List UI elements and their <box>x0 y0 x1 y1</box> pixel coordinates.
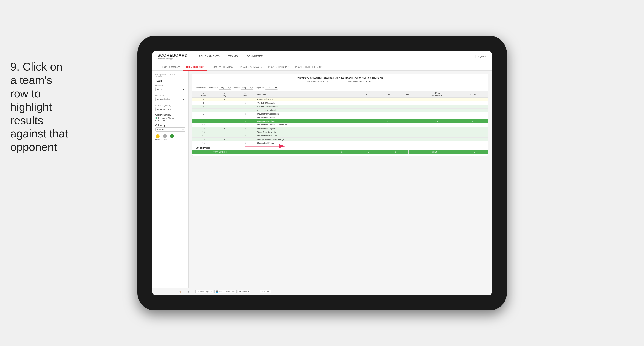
table-row[interactable]: 6-2Florida State University <box>192 108 488 112</box>
out-div-win: 1 <box>328 150 355 154</box>
sub-nav-player-h2h-grid[interactable]: PLAYER H2H GRID <box>265 66 292 70</box>
table-row[interactable]: 13-3University of Virginia <box>192 127 488 130</box>
col-tie: Tie <box>399 91 416 97</box>
col-reg: #Reg <box>215 91 234 97</box>
h2h-table: #Rank #Reg #Conf Opponent Win Loss Tie D… <box>192 91 488 145</box>
minus-icon[interactable]: − <box>183 290 186 293</box>
main-content: Last Updated: 27/03/2024 16:55:38 Team G… <box>152 70 492 288</box>
radio-opponents-played[interactable]: Opponents Played <box>156 117 185 119</box>
table-row[interactable]: 14-2University of Oklahoma <box>192 134 488 137</box>
nav-committee[interactable]: COMMITTEE <box>242 51 267 62</box>
sub-nav: TEAM SUMMARY TEAM H2H GRID TEAM H2H HEAT… <box>152 62 492 70</box>
sub-nav-player-summary[interactable]: PLAYER SUMMARY <box>237 66 265 70</box>
table-row[interactable]: 8-2University of Washington <box>192 112 488 116</box>
clock-icon[interactable]: ◯ <box>187 290 191 293</box>
opponent-filter: Opponent (All) <box>256 86 278 90</box>
division-select[interactable]: NCAA Division I <box>156 97 185 101</box>
out-div-tie: 0 <box>382 150 408 154</box>
tablet-device: SCOREBOARD Powered by clippi TOURNAMENTS… <box>138 36 507 310</box>
col-loss: Loss <box>377 91 399 97</box>
out-div-rank <box>192 150 199 154</box>
colour-by-select[interactable]: Win/loss <box>156 127 185 132</box>
opponents-label: Opponents: <box>196 87 206 89</box>
eye-icon: 👁 <box>240 291 241 293</box>
radio-dot-top100 <box>156 120 157 121</box>
instruction-text: 9. Click on a team's row to highlight re… <box>10 60 68 154</box>
colour-by-label: Colour by <box>156 124 185 127</box>
gender-select[interactable]: Men's <box>156 87 185 91</box>
conference-select[interactable]: (All) <box>218 86 232 90</box>
sub-nav-team-h2h-heatmap[interactable]: TEAM H2H HEATMAP <box>208 66 237 70</box>
sub-nav-player-h2h-heatmap[interactable]: PLAYER H2H HEATMAP <box>292 66 325 70</box>
instruction-number: 9. <box>10 60 23 73</box>
opponent-select[interactable]: (All) <box>265 86 278 90</box>
logo-area: SCOREBOARD Powered by clippi <box>158 53 188 60</box>
watch-btn[interactable]: 👁 Watch ▾ <box>238 290 250 294</box>
content-area: University of North Carolina Head-to-Hea… <box>188 70 492 288</box>
conference-filter: Conference (All) <box>208 86 232 90</box>
school-label: School (Rank) <box>156 104 185 107</box>
sign-out-link[interactable]: Sign out <box>478 55 486 58</box>
col-win: Win <box>358 91 377 97</box>
last-updated: Last Updated: 27/03/2024 16:55:38 <box>156 74 185 77</box>
legend-down: Down <box>156 134 160 140</box>
save-custom-btn[interactable]: 💾 Save Custom View <box>214 290 237 294</box>
table-row[interactable]: 3-2Vanderbilt University <box>192 101 488 105</box>
toolbar-icon-b[interactable]: □ <box>256 290 259 293</box>
table-header: #Rank #Reg #Conf Opponent Win Loss Tie D… <box>192 91 488 97</box>
division-label: Division <box>156 94 185 96</box>
col-rank: #Rank <box>192 91 215 97</box>
opponent-view-label: Opponent View <box>156 114 185 116</box>
bottom-toolbar: ↺ ↻ ← □ 📋 − ◯ 👁 View: Original 💾 Save Cu… <box>152 288 492 295</box>
grid-filters: Opponents: Conference (All) Region (All) <box>192 84 488 91</box>
out-div-diff: 26.00 <box>409 150 461 154</box>
toolbar-icon-a[interactable]: □ <box>252 290 255 293</box>
grid-title: University of North Carolina Head-to-Hea… <box>192 74 488 80</box>
region-label: Region <box>234 87 240 89</box>
nav-tournaments[interactable]: TOURNAMENTS <box>194 51 224 62</box>
region-select[interactable]: (All) <box>240 86 254 90</box>
share-icon: ⇧ <box>262 291 264 293</box>
save-icon: 💾 <box>216 291 218 293</box>
school-input[interactable] <box>156 107 185 111</box>
table-row[interactable]: 11-5University of Alabama3002.618 <box>192 119 488 123</box>
table-row[interactable]: 2-1Auburn University <box>192 97 488 101</box>
radio-top100[interactable]: Top 100 <box>156 119 185 122</box>
col-conf: #Conf <box>234 91 256 97</box>
share-btn[interactable]: ⇧ Share <box>260 290 271 294</box>
table-row[interactable]: 4-1Arizona State University <box>192 105 488 108</box>
paste-icon[interactable]: 📋 <box>178 290 182 293</box>
overall-record: Overall Record: 89 - 17 - 0 <box>306 80 331 83</box>
grid-container: University of North Carolina Head-to-Hea… <box>192 74 488 156</box>
table-row[interactable]: 15-4Georgia Institute of Technology <box>192 137 488 141</box>
out-division-row[interactable]: NCAA Division II 1 0 0 26.00 3 <box>192 150 488 154</box>
sub-nav-team-h2h-grid[interactable]: TEAM H2H GRID <box>183 66 208 70</box>
table-row[interactable]: 9-3University of Arizona <box>192 116 488 119</box>
nav-teams[interactable]: TEAMS <box>224 51 242 62</box>
view-original-btn[interactable]: 👁 View: Original <box>196 290 213 294</box>
legend: Down Level Up <box>156 134 185 140</box>
instruction-body: Click on a team's row to highlight resul… <box>10 60 68 153</box>
out-div-loss: 0 <box>355 150 382 154</box>
radio-group: Opponents Played Top 100 <box>156 117 185 122</box>
out-div-rounds: 3 <box>461 150 488 154</box>
opponent-label: Opponent <box>256 87 264 89</box>
col-diff: Diff AvStrokes/Rnd <box>416 91 458 97</box>
legend-dot-down <box>156 134 160 138</box>
table-row[interactable]: 16-3University of Florida <box>192 141 488 145</box>
out-div-conf <box>205 150 212 154</box>
division-record: Division Record: 88 - 17 - 0 <box>348 80 374 83</box>
table-row[interactable]: 12-6University of Arkansas, Fayetteville <box>192 123 488 127</box>
grid-records: Overall Record: 89 - 17 - 0 Division Rec… <box>192 80 488 84</box>
back-icon[interactable]: ← <box>165 290 169 293</box>
table-row[interactable]: 13-1Texas Tech University <box>192 130 488 134</box>
copy-icon[interactable]: □ <box>173 290 176 293</box>
undo-icon[interactable]: ↺ <box>156 290 159 293</box>
redo-icon[interactable]: ↻ <box>160 290 164 293</box>
out-of-division-label: Out of division <box>192 145 488 150</box>
radio-dot-opponents <box>156 117 157 119</box>
legend-dot-up <box>170 134 174 138</box>
sub-nav-team-summary[interactable]: TEAM SUMMARY <box>158 66 183 70</box>
sidebar-team-title: Team <box>156 79 185 82</box>
view-icon: 👁 <box>197 291 199 293</box>
